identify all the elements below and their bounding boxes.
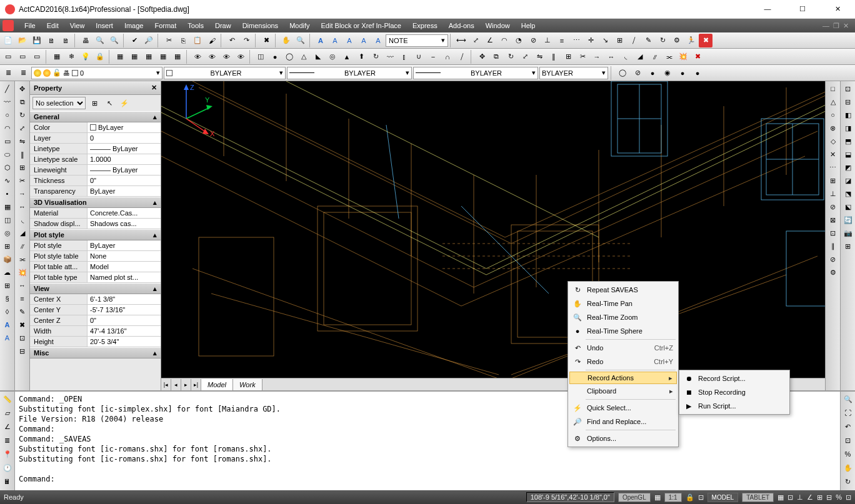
maximize-button[interactable]: ☐: [790, 5, 815, 13]
context-item-real-time-sphere[interactable]: ●Real-Time Sphere: [569, 324, 677, 338]
osnap-none-button[interactable]: ⊘: [827, 253, 839, 265]
saveall-button[interactable]: 🗎: [44, 34, 58, 47]
mdi-minimize-icon[interactable]: —: [822, 22, 829, 30]
dim-style-button[interactable]: ⚙: [670, 34, 684, 47]
pan-button[interactable]: ✋: [279, 34, 293, 47]
paste-button[interactable]: 📋: [191, 34, 204, 47]
osnap-per-button[interactable]: ⊥: [827, 187, 839, 200]
property-value[interactable]: 6'-1 3/8": [88, 294, 161, 304]
osnap-qua-button[interactable]: ◇: [827, 135, 839, 147]
menu-editblock[interactable]: Edit Block or Xref In-Place: [316, 19, 407, 32]
osnap-mid-button[interactable]: △: [827, 96, 839, 108]
group-tool[interactable]: ⊡: [16, 332, 29, 344]
wedge-button[interactable]: ◣: [311, 50, 325, 64]
dim-arc-button[interactable]: ◠: [498, 34, 511, 47]
status-opengl[interactable]: OpenGL: [618, 493, 651, 502]
snap-icon-status[interactable]: ⊡: [698, 493, 704, 502]
status-scale[interactable]: 1:1: [664, 493, 682, 502]
property-value[interactable]: 47'-4 13/16": [88, 326, 161, 336]
extend-button[interactable]: →: [590, 50, 604, 64]
mdi-close-icon[interactable]: ✕: [843, 22, 849, 30]
property-value[interactable]: 0": [88, 315, 161, 325]
circle-tool[interactable]: ○: [1, 109, 14, 121]
move-tool[interactable]: ✥: [16, 82, 29, 95]
text-button[interactable]: A: [328, 34, 342, 47]
fillet-tool[interactable]: ◟: [16, 214, 29, 226]
tab-model[interactable]: Model: [201, 379, 233, 390]
lengthen-tool[interactable]: ↔: [16, 279, 29, 292]
spline-tool[interactable]: ∿: [1, 174, 14, 187]
subtract-button[interactable]: −: [426, 50, 440, 64]
cloud-tool[interactable]: ☁: [1, 266, 14, 279]
dim-angular-button[interactable]: ∠: [483, 34, 497, 47]
status-toggle-8[interactable]: ⊡: [846, 493, 851, 502]
osnap-ins-button[interactable]: ⊞: [827, 174, 839, 187]
menu-insert[interactable]: Insert: [90, 19, 119, 32]
zoom-all-button[interactable]: ⊡: [842, 434, 854, 447]
extrude-button[interactable]: ⬆: [354, 50, 368, 64]
text-tool[interactable]: A: [1, 319, 14, 331]
new-button[interactable]: 📄: [1, 34, 15, 47]
property-row[interactable]: Lineweight——— ByLayer: [30, 165, 161, 175]
layer-delete-button[interactable]: ▦: [171, 50, 184, 64]
camera-button[interactable]: 📷: [842, 227, 854, 239]
block-tool[interactable]: ⊞: [1, 240, 14, 252]
array-tool[interactable]: ⊞: [16, 161, 29, 174]
mirror-button[interactable]: ⇋: [532, 50, 546, 64]
property-row[interactable]: Plot table att...Model: [30, 262, 161, 272]
property-value[interactable]: 0": [88, 175, 161, 185]
plot-button[interactable]: 🔍: [108, 34, 121, 47]
menu-addons[interactable]: Add-ons: [443, 19, 480, 32]
property-row[interactable]: Plot style tableNone: [30, 251, 161, 262]
polyline-tool[interactable]: 〰: [1, 96, 14, 108]
menu-express[interactable]: Express: [407, 19, 443, 32]
context-item-quick-select-[interactable]: ⚡Quick Select...: [569, 401, 677, 415]
app-menu-icon[interactable]: [2, 20, 14, 31]
layer-lock-button[interactable]: 🔒: [93, 50, 107, 64]
explode-tool[interactable]: 💥: [16, 266, 29, 279]
view-bottom-button[interactable]: ⊟: [842, 96, 854, 108]
publish-button[interactable]: 🗎: [59, 34, 72, 47]
property-row[interactable]: Layer0: [30, 133, 161, 144]
menu-window[interactable]: Window: [480, 19, 516, 32]
context-item-find-and-replace-[interactable]: 🔎Find and Replace...: [569, 415, 677, 428]
copy-button[interactable]: ⎘: [176, 34, 190, 47]
property-group-general[interactable]: General▴: [30, 111, 161, 122]
tab-next[interactable]: ▸: [181, 379, 191, 390]
stretch-button[interactable]: ↔: [604, 50, 618, 64]
mirror-tool[interactable]: ⇋: [16, 135, 29, 147]
view-swiso-button[interactable]: ◩: [842, 161, 854, 174]
context-item-record-actions[interactable]: Record Actions▸: [569, 372, 677, 384]
wipeout-tool[interactable]: ◊: [1, 305, 14, 318]
prop-pickadd-icon[interactable]: ↖: [103, 97, 116, 109]
status-toggle-3[interactable]: ⊥: [797, 493, 803, 502]
view-nwiso-button[interactable]: ⬕: [842, 200, 854, 213]
selection-dropdown[interactable]: No selection: [32, 97, 86, 109]
property-value[interactable]: ——— ByLayer: [88, 165, 161, 175]
vis-hidden-button[interactable]: ⊘: [631, 66, 644, 80]
status-toggle-2[interactable]: ⊡: [788, 493, 793, 502]
dim-linear-button[interactable]: ⟷: [454, 34, 468, 47]
status-toggle-1[interactable]: ▦: [778, 493, 784, 502]
donut-tool[interactable]: ◎: [1, 227, 14, 239]
sphere-button[interactable]: ●: [268, 50, 282, 64]
undo-button[interactable]: ↶: [225, 34, 239, 47]
rotate-button[interactable]: ↻: [504, 50, 518, 64]
extend-tool[interactable]: →: [16, 187, 29, 200]
show-button[interactable]: 👁: [205, 50, 219, 64]
status-toggle-4[interactable]: ∠: [807, 493, 813, 502]
property-value[interactable]: -5'-7 13/16": [88, 305, 161, 315]
trim-button[interactable]: ✂: [576, 50, 589, 64]
pyramid-button[interactable]: ▲: [340, 50, 354, 64]
measure-dist-button[interactable]: 📏: [1, 393, 14, 405]
print-button[interactable]: 🖶: [79, 34, 92, 47]
box-button[interactable]: ◫: [254, 50, 268, 64]
prop-filter-icon[interactable]: ⚡: [118, 97, 131, 109]
orbit-button[interactable]: 🔄: [842, 214, 854, 226]
menu-dimensions[interactable]: Dimensions: [237, 19, 284, 32]
status-toggle-5[interactable]: ⊞: [817, 493, 822, 502]
status-model[interactable]: MODEL: [708, 493, 739, 502]
union-button[interactable]: ∪: [412, 50, 426, 64]
property-group-3d-visualisation[interactable]: 3D Visualisation▴: [30, 197, 161, 208]
context-item-stop-recording[interactable]: ⏹Stop Recording: [681, 385, 788, 399]
